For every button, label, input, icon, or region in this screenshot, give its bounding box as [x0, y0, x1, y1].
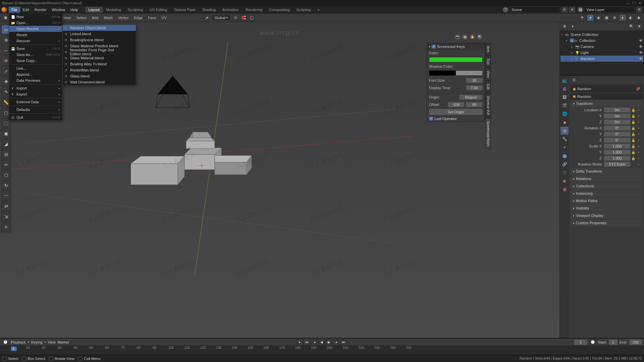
file-menu-save-copy-[interactable]: Save Copy...	[9, 58, 62, 64]
gizmo-toggle-icon[interactable]: ⬈	[587, 14, 594, 21]
transform-header[interactable]: Transform	[576, 102, 593, 106]
ptab-world[interactable]: 🌐	[560, 110, 569, 118]
vtab-tool[interactable]: Tool	[485, 55, 491, 67]
outliner-random[interactable]: ▸▽Random▽👁	[560, 56, 643, 62]
file-menu-defaults[interactable]: Defaults▸	[9, 107, 62, 113]
tool-loopcut[interactable]: ⊟	[1, 149, 11, 159]
viewlayer-icon[interactable]: 🖼	[578, 7, 583, 12]
ptab-modifier[interactable]: 🔧	[560, 135, 569, 143]
shading-rendered-icon[interactable]: ◉	[635, 14, 642, 21]
orientation-dropdown[interactable]: Global▾	[212, 15, 231, 21]
set-origin-button[interactable]: Set Origin	[429, 109, 483, 115]
breadcrumb-object[interactable]: Random	[577, 87, 591, 91]
fontsize-value[interactable]: 30	[466, 78, 483, 83]
file-menu-save-as-[interactable]: Save As...Shift Ctrl S	[9, 52, 62, 58]
loc-y[interactable]: 0m	[604, 113, 631, 119]
ptab-object-solid[interactable]: ◆	[560, 118, 569, 126]
tool-poly[interactable]: ⬠	[1, 170, 11, 180]
outliner-editor-icon[interactable]: ≣	[561, 23, 568, 30]
tab-layout[interactable]: Layout	[85, 7, 103, 13]
origin-dropdown[interactable]: Region	[459, 95, 483, 100]
loc-z[interactable]: 0m	[604, 119, 631, 125]
visibility-icon[interactable]: 👁	[579, 14, 586, 21]
section-delta transform[interactable]: ▸Delta Transform	[571, 168, 643, 175]
viewlayer-new-icon[interactable]: ⎘	[636, 6, 643, 13]
screencast-enable-checkbox[interactable]: ✓	[432, 45, 436, 49]
rot-y[interactable]: 0°	[604, 131, 631, 137]
scale-y[interactable]: 1.000	[604, 149, 631, 155]
jump-start-icon[interactable]: ⏮	[304, 339, 310, 346]
lock-icon[interactable]: 🔓	[631, 144, 636, 148]
perspective-icon[interactable]: ▦	[462, 34, 468, 40]
xray-icon[interactable]: ▦	[603, 14, 610, 21]
editor-type-icon[interactable]: ▦	[2, 14, 9, 21]
clock-icon[interactable]: 🕓	[589, 339, 596, 346]
tool-inset[interactable]: ▣	[1, 129, 11, 138]
vp-menu-edge[interactable]: Edge	[132, 15, 145, 21]
menu-render[interactable]: Render	[32, 7, 49, 13]
vp-menu-select[interactable]: Select	[74, 15, 89, 21]
file-menu-data-previews[interactable]: Data Previews▸	[9, 77, 62, 83]
menu-edit[interactable]: Edit	[20, 7, 32, 13]
ptab-render[interactable]: 📺	[560, 76, 569, 84]
tool-knife[interactable]: ✂	[1, 160, 11, 169]
close-icon[interactable]: ✕	[637, 1, 642, 5]
lock-icon[interactable]: 🔓	[631, 114, 636, 118]
overlay-icon[interactable]: ◉	[595, 14, 602, 21]
outliner-collection[interactable]: ▾✓🗀Collection👁	[560, 38, 643, 44]
eye-icon[interactable]: 👁	[639, 45, 643, 49]
recent-file-item[interactable]: ⟳RocketMan.blend	[63, 67, 136, 73]
lock-icon[interactable]: 🔓	[631, 126, 636, 130]
play-rev-icon[interactable]: ◀	[318, 339, 325, 346]
ptab-material[interactable]: ◉	[560, 177, 569, 185]
file-menu-import[interactable]: ⬇Import▸	[9, 85, 62, 91]
tab-rendering[interactable]: Rendering	[242, 7, 266, 13]
file-menu-recover[interactable]: Recover▸	[9, 38, 62, 44]
scene-icon[interactable]: 🎬	[503, 7, 508, 12]
lock-icon[interactable]: 🔓	[631, 132, 636, 136]
rot-z[interactable]: 0°	[604, 137, 631, 143]
vp-menu-view[interactable]: View	[61, 15, 73, 21]
vtab-view[interactable]: View	[485, 68, 491, 81]
outliner-scene-collection[interactable]: ▾🗀Scene Collection	[560, 32, 643, 38]
recent-file-item[interactable]: ⟳Newsletter Front Page 2nd Edition.blend	[63, 49, 136, 55]
timeline-view[interactable]: View	[48, 340, 56, 344]
proportional-icon[interactable]: ◯	[248, 14, 255, 21]
file-menu-revert[interactable]: Revert	[9, 32, 62, 38]
rot-x[interactable]: 0°	[604, 125, 631, 131]
file-menu-new[interactable]: 📄NewCtrl N▸	[9, 14, 62, 20]
ptab-object[interactable]: ▣	[560, 127, 569, 135]
lock-icon[interactable]: 🔓	[631, 150, 636, 154]
file-menu-export[interactable]: ⬆Export▸	[9, 91, 62, 97]
section-viewport display[interactable]: ▸Viewport Display	[571, 212, 643, 219]
vp-menu-mesh[interactable]: Mesh	[102, 15, 115, 21]
section-custom properties[interactable]: ▸Custom Properties	[571, 220, 643, 226]
ptab-constraints[interactable]: 🔗	[560, 160, 569, 168]
vp-menu-uv[interactable]: UV	[160, 15, 169, 21]
section-motion paths[interactable]: ▸Motion Paths	[571, 197, 643, 204]
tab-uv-editing[interactable]: UV Editing	[146, 7, 170, 13]
timeline-keying[interactable]: Keying	[31, 340, 43, 344]
props-editor-icon[interactable]: ☰	[571, 77, 577, 83]
eye-icon[interactable]: 👁	[639, 51, 643, 55]
key-prev-icon[interactable]: ◂	[311, 339, 318, 346]
lock-icon[interactable]: 🔓	[631, 120, 636, 124]
lock-icon[interactable]: 🔓	[631, 108, 636, 112]
recent-file-item[interactable]: ⟳BowlingScene.blend	[63, 37, 136, 43]
rotmode-dropdown[interactable]: XYZ Euler	[604, 162, 631, 167]
play-icon[interactable]: ▶	[326, 339, 332, 346]
recent-file-item[interactable]: ⟳Bowling Alley Tv.blend	[63, 61, 136, 67]
color-swatch[interactable]	[429, 57, 483, 62]
current-frame[interactable]: 1	[574, 340, 587, 345]
start-frame[interactable]: 1	[609, 340, 618, 345]
recent-file-item[interactable]: ⟳Glass.blend	[63, 73, 136, 79]
vtab-screencast[interactable]: Screencast Keys	[485, 118, 491, 149]
key-next-icon[interactable]: ▸	[333, 339, 340, 346]
last-operator-checkbox[interactable]: ✓	[429, 117, 433, 121]
ptab-scene[interactable]: 🎬	[560, 102, 569, 110]
snap-icon[interactable]: 🧲	[240, 14, 247, 21]
ptab-particles[interactable]: ✦	[560, 143, 569, 152]
scene-delete-icon[interactable]: ✕	[569, 6, 576, 13]
vp-menu-add[interactable]: Add	[90, 15, 101, 21]
file-menu-append-[interactable]: Append...	[9, 71, 62, 77]
